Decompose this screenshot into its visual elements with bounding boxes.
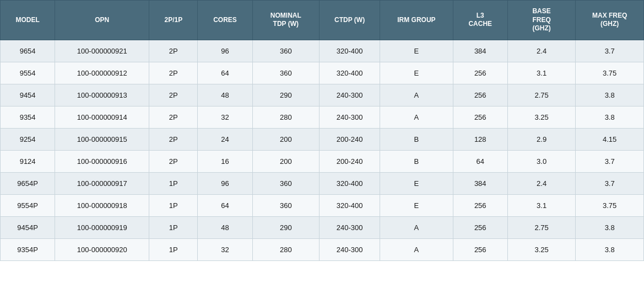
cell-2p1p: 1P xyxy=(149,172,198,194)
cell-irm: A xyxy=(380,106,453,128)
cell-ctdp: 240-300 xyxy=(319,238,380,260)
cell-base: 2.75 xyxy=(507,84,576,106)
cell-2p1p: 2P xyxy=(149,62,198,84)
cell-tdp: 200 xyxy=(252,128,319,150)
header-cell-max: MAX FREQ(GHZ) xyxy=(576,1,644,40)
cell-l3: 384 xyxy=(453,172,507,194)
cell-irm: B xyxy=(380,128,453,150)
cell-irm: E xyxy=(380,194,453,216)
cell-model: 9354 xyxy=(1,106,55,128)
cell-2p1p: 2P xyxy=(149,150,198,172)
cell-max: 3.75 xyxy=(576,62,644,84)
cell-opn: 100-000000915 xyxy=(55,128,149,150)
cell-base: 3.25 xyxy=(507,106,576,128)
cell-base: 2.4 xyxy=(507,40,576,62)
cell-opn: 100-000000912 xyxy=(55,62,149,84)
cell-ctdp: 320-400 xyxy=(319,62,380,84)
cell-irm: A xyxy=(380,238,453,260)
cell-irm: A xyxy=(380,216,453,238)
cell-max: 3.8 xyxy=(576,238,644,260)
cell-cores: 16 xyxy=(198,150,252,172)
cell-max: 3.7 xyxy=(576,150,644,172)
cell-max: 4.15 xyxy=(576,128,644,150)
cell-l3: 256 xyxy=(453,62,507,84)
cell-irm: A xyxy=(380,84,453,106)
cell-opn: 100-000000914 xyxy=(55,106,149,128)
cell-tdp: 360 xyxy=(252,194,319,216)
header-cell-irm: IRM GROUP xyxy=(380,1,453,40)
cell-2p1p: 1P xyxy=(149,238,198,260)
table-row: 9454P100-0000009191P48290240-300A2562.75… xyxy=(1,216,644,238)
cell-ctdp: 240-300 xyxy=(319,216,380,238)
cell-cores: 48 xyxy=(198,216,252,238)
cell-model: 9254 xyxy=(1,128,55,150)
header-cell-model: MODEL xyxy=(1,1,55,40)
cell-2p1p: 2P xyxy=(149,40,198,62)
cell-base: 3.1 xyxy=(507,194,576,216)
table-row: 9654P100-0000009171P96360320-400E3842.43… xyxy=(1,172,644,194)
cell-tdp: 200 xyxy=(252,150,319,172)
cell-max: 3.8 xyxy=(576,216,644,238)
cell-base: 2.75 xyxy=(507,216,576,238)
cell-l3: 384 xyxy=(453,40,507,62)
header-cell-cores: CORES xyxy=(198,1,252,40)
cell-base: 2.9 xyxy=(507,128,576,150)
header-cell-base: BASEFREQ(GHZ) xyxy=(507,1,576,40)
table-row: 9654100-0000009212P96360320-400E3842.43.… xyxy=(1,40,644,62)
cell-model: 9354P xyxy=(1,238,55,260)
cell-tdp: 290 xyxy=(252,216,319,238)
cell-cores: 32 xyxy=(198,238,252,260)
table-row: 9254100-0000009152P24200200-240B1282.94.… xyxy=(1,128,644,150)
cell-irm: E xyxy=(380,40,453,62)
cell-tdp: 360 xyxy=(252,172,319,194)
cell-cores: 48 xyxy=(198,84,252,106)
cell-cores: 96 xyxy=(198,172,252,194)
cell-2p1p: 2P xyxy=(149,84,198,106)
table-row: 9124100-0000009162P16200200-240B643.03.7 xyxy=(1,150,644,172)
cell-l3: 256 xyxy=(453,194,507,216)
cell-ctdp: 320-400 xyxy=(319,40,380,62)
cell-irm: B xyxy=(380,150,453,172)
cell-tdp: 360 xyxy=(252,40,319,62)
cell-base: 3.0 xyxy=(507,150,576,172)
cell-model: 9454 xyxy=(1,84,55,106)
cell-max: 3.8 xyxy=(576,84,644,106)
cell-max: 3.7 xyxy=(576,40,644,62)
cell-2p1p: 2P xyxy=(149,106,198,128)
cell-ctdp: 200-240 xyxy=(319,150,380,172)
cell-l3: 256 xyxy=(453,216,507,238)
cell-model: 9654P xyxy=(1,172,55,194)
header-cell-tdp: NOMINALTDP (W) xyxy=(252,1,319,40)
cell-cores: 32 xyxy=(198,106,252,128)
cell-opn: 100-000000916 xyxy=(55,150,149,172)
cell-irm: E xyxy=(380,172,453,194)
cell-2p1p: 2P xyxy=(149,128,198,150)
cell-model: 9654 xyxy=(1,40,55,62)
cell-model: 9454P xyxy=(1,216,55,238)
cell-l3: 64 xyxy=(453,150,507,172)
cell-tdp: 280 xyxy=(252,238,319,260)
cell-max: 3.7 xyxy=(576,172,644,194)
cell-max: 3.8 xyxy=(576,106,644,128)
cell-opn: 100-000000917 xyxy=(55,172,149,194)
table-row: 9454100-0000009132P48290240-300A2562.753… xyxy=(1,84,644,106)
cell-2p1p: 1P xyxy=(149,194,198,216)
cell-opn: 100-000000921 xyxy=(55,40,149,62)
cell-irm: E xyxy=(380,62,453,84)
cell-cores: 64 xyxy=(198,62,252,84)
cell-base: 3.25 xyxy=(507,238,576,260)
cell-l3: 256 xyxy=(453,238,507,260)
header-cell-ctdp: CTDP (W) xyxy=(319,1,380,40)
cell-l3: 128 xyxy=(453,128,507,150)
cell-l3: 256 xyxy=(453,84,507,106)
header-cell-2p1p: 2P/1P xyxy=(149,1,198,40)
header-cell-opn: OPN xyxy=(55,1,149,40)
cell-model: 9124 xyxy=(1,150,55,172)
cell-base: 2.4 xyxy=(507,172,576,194)
cell-tdp: 360 xyxy=(252,62,319,84)
cell-max: 3.75 xyxy=(576,194,644,216)
cell-opn: 100-000000920 xyxy=(55,238,149,260)
cell-ctdp: 240-300 xyxy=(319,84,380,106)
cell-cores: 96 xyxy=(198,40,252,62)
cell-model: 9554 xyxy=(1,62,55,84)
